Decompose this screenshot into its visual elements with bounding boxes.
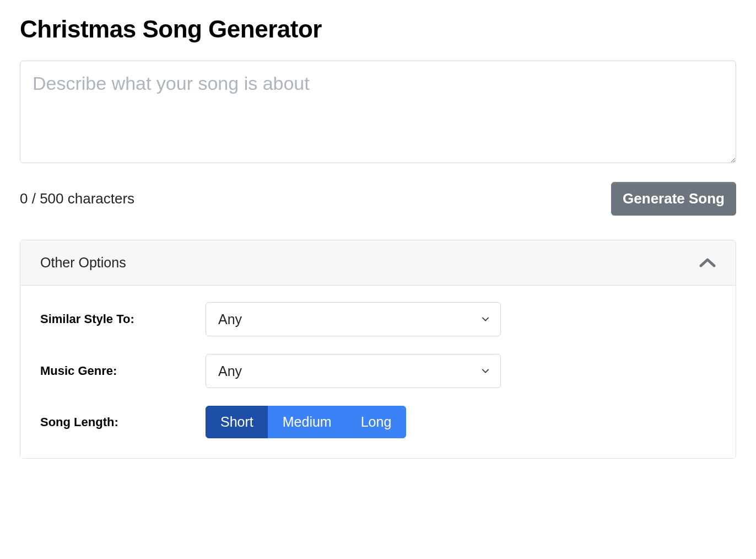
option-row-genre: Music Genre: Any [40, 354, 716, 388]
other-options-toggle[interactable]: Other Options [20, 240, 736, 286]
character-counter: 0 / 500 characters [20, 190, 134, 207]
generate-song-button[interactable]: Generate Song [611, 182, 736, 216]
song-description-input[interactable] [20, 61, 736, 163]
option-row-style: Similar Style To: Any [40, 302, 716, 336]
length-button-group: Short Medium Long [206, 406, 406, 438]
length-short-button[interactable]: Short [206, 406, 268, 438]
style-label: Similar Style To: [40, 312, 206, 326]
length-medium-button[interactable]: Medium [268, 406, 347, 438]
length-label: Song Length: [40, 415, 206, 429]
style-select[interactable]: Any [206, 302, 501, 336]
option-row-length: Song Length: Short Medium Long [40, 406, 716, 438]
genre-select[interactable]: Any [206, 354, 501, 388]
other-options-body: Similar Style To: Any Music Genre: Any S… [20, 286, 736, 458]
length-long-button[interactable]: Long [346, 406, 407, 438]
below-input-row: 0 / 500 characters Generate Song [20, 182, 736, 216]
chevron-up-icon [699, 257, 716, 268]
other-options-title: Other Options [40, 255, 126, 271]
genre-label: Music Genre: [40, 364, 206, 378]
other-options-panel: Other Options Similar Style To: Any Musi… [20, 240, 736, 459]
page-title: Christmas Song Generator [20, 15, 736, 43]
